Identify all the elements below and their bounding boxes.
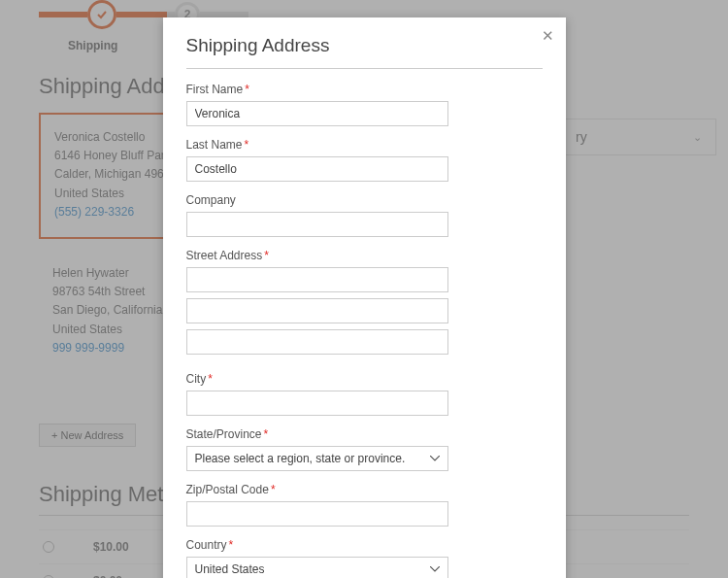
close-icon[interactable]: ✕: [542, 27, 554, 45]
company-label: Company: [186, 193, 543, 207]
city-input[interactable]: [186, 391, 448, 416]
modal-title: Shipping Address: [186, 35, 543, 69]
shipping-address-modal: ✕ Shipping Address First Name* Last Name…: [163, 17, 566, 578]
city-label: City*: [186, 372, 543, 386]
last-name-label: Last Name*: [186, 138, 543, 152]
state-select[interactable]: Please select a region, state or provinc…: [186, 446, 448, 471]
state-label: State/Province*: [186, 427, 543, 441]
street-label: Street Address*: [186, 249, 543, 262]
company-input[interactable]: [186, 212, 448, 237]
zip-label: Zip/Postal Code*: [186, 483, 543, 496]
modal-overlay: ✕ Shipping Address First Name* Last Name…: [0, 0, 728, 578]
first-name-input[interactable]: [186, 101, 448, 126]
street-input-2[interactable]: [186, 298, 448, 323]
first-name-label: First Name*: [186, 83, 543, 96]
zip-input[interactable]: [186, 501, 448, 527]
street-input-3[interactable]: [186, 329, 448, 355]
last-name-input[interactable]: [186, 156, 448, 182]
country-select[interactable]: United States: [186, 557, 448, 578]
country-label: Country*: [186, 538, 543, 552]
street-input-1[interactable]: [186, 267, 448, 292]
